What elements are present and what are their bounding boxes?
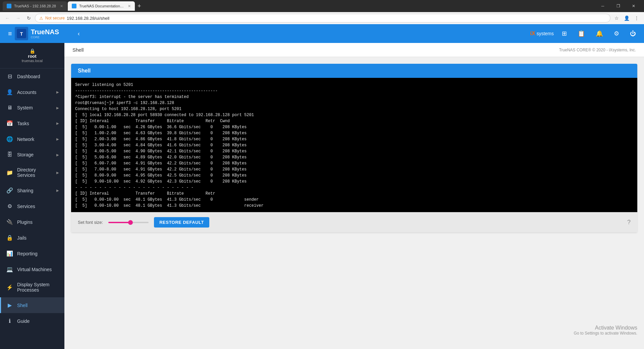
jails-icon: 🔒: [6, 235, 13, 241]
tab-1-close[interactable]: ✕: [60, 4, 63, 8]
network-arrow-icon: ▶: [56, 137, 59, 141]
shell-card-title: Shell: [78, 68, 91, 74]
sharing-arrow-icon: ▶: [56, 189, 59, 192]
bookmark-button[interactable]: ☆: [612, 13, 621, 23]
settings-button[interactable]: ⚙: [611, 29, 622, 39]
sidebar-item-tasks[interactable]: 📅 Tasks ▶: [0, 115, 64, 131]
back-button[interactable]: ←: [3, 13, 12, 23]
plugins-icon: 🔌: [6, 219, 13, 225]
storage-arrow-icon: ▶: [56, 153, 59, 157]
clipboard-button[interactable]: 📋: [575, 29, 588, 39]
sidebar: 🔒 root truenas.local ⊟ Dashboard 👤 Accou…: [0, 43, 64, 349]
notifications-button[interactable]: 🔔: [593, 29, 606, 39]
directory-icon: 📁: [6, 169, 13, 176]
sidebar-item-virtual-machines[interactable]: 💻 Virtual Machines: [0, 261, 64, 277]
sidebar-item-sharing[interactable]: 🔗 Sharing ▶: [0, 183, 64, 198]
restore-window-button[interactable]: ❐: [610, 0, 626, 12]
sidebar-label-storage: Storage: [17, 152, 52, 157]
tab-2-close[interactable]: ✕: [128, 4, 131, 8]
services-icon: ⚙: [6, 203, 13, 209]
app-layout: 🔒 root truenas.local ⊟ Dashboard 👤 Accou…: [0, 24, 644, 349]
accounts-arrow-icon: ▶: [56, 90, 59, 94]
page-title: Shell: [72, 47, 84, 53]
forward-button[interactable]: →: [13, 13, 23, 23]
apps-button[interactable]: ⊞: [559, 29, 570, 39]
sidebar-item-jails[interactable]: 🔒 Jails: [0, 230, 64, 246]
address-bar[interactable]: ⚠ Not secure 192.168.28.28/ui/shell: [35, 14, 610, 22]
accounts-icon: 👤: [6, 89, 13, 95]
logo-text-area: TrueNAS CORE: [31, 28, 59, 39]
sidebar-item-reporting[interactable]: 📊 Reporting: [0, 246, 64, 261]
reporting-icon: 📊: [6, 250, 13, 257]
restore-default-button[interactable]: RESTORE DEFAULT: [154, 217, 209, 228]
user-info: 🔒 root truenas.local: [0, 43, 64, 68]
sidebar-item-services[interactable]: ⚙ Services: [0, 198, 64, 214]
new-tab-button[interactable]: +: [136, 3, 143, 10]
windows-activate-title: Activate Windows: [574, 325, 637, 331]
url-text: 192.168.28.28/ui/shell: [67, 16, 606, 21]
sidebar-item-storage[interactable]: 🗄 Storage ▶: [0, 147, 64, 162]
windows-activate-sub: Go to Settings to activate Windows.: [574, 331, 637, 336]
page-subtitle: TrueNAS CORE® © 2020 - iXsystems, Inc.: [559, 48, 636, 52]
close-window-button[interactable]: ✕: [626, 0, 641, 12]
refresh-button[interactable]: ↻: [24, 13, 34, 23]
sidebar-item-plugins[interactable]: 🔌 Plugins: [0, 214, 64, 230]
terminal[interactable]: Server listening on 5201 ---------------…: [71, 78, 637, 212]
logo-title: TrueNAS: [31, 28, 59, 36]
sidebar-item-dashboard[interactable]: ⊟ Dashboard: [0, 68, 64, 84]
slider-thumb[interactable]: [128, 220, 133, 225]
sidebar-item-shell[interactable]: ▶ Shell: [0, 297, 64, 313]
profile-button[interactable]: 👤: [622, 13, 631, 23]
sidebar-label-shell: Shell: [17, 303, 59, 308]
slider-fill: [108, 222, 130, 223]
windows-activation: Activate Windows Go to Settings to activ…: [574, 325, 637, 336]
hamburger-button[interactable]: ≡: [5, 27, 15, 40]
tab-2-favicon: [72, 4, 76, 8]
logo-icon: T: [15, 27, 28, 40]
system-arrow-icon: ▶: [56, 106, 59, 110]
storage-icon: 🗄: [6, 152, 13, 158]
sidebar-label-plugins: Plugins: [17, 219, 59, 225]
main-content: Shell TrueNAS CORE® © 2020 - iXsystems, …: [64, 43, 644, 349]
tasks-icon: 📅: [6, 120, 13, 127]
browser-menu-button[interactable]: ⋮: [632, 13, 641, 23]
sidebar-label-directory: Directory Services: [17, 167, 52, 178]
tab-1-favicon: [7, 4, 11, 8]
sidebar-item-system[interactable]: 🖥 System ▶: [0, 100, 64, 115]
sidebar-label-system: System: [17, 105, 52, 110]
sidebar-label-processes: Display System Processes: [17, 282, 59, 293]
sidebar-item-accounts[interactable]: 👤 Accounts ▶: [0, 84, 64, 100]
sidebar-item-directory-services[interactable]: 📁 Directory Services ▶: [0, 162, 64, 183]
sharing-icon: 🔗: [6, 187, 13, 194]
tab-bar: TrueNAS - 192.168.28.28 ✕ TrueNAS Docume…: [0, 0, 644, 12]
directory-arrow-icon: ▶: [56, 171, 59, 174]
tab-1[interactable]: TrueNAS - 192.168.28.28 ✕: [3, 1, 67, 11]
user-host: truenas.local: [5, 59, 59, 63]
nav-bar: ← → ↻ ⚠ Not secure 192.168.28.28/ui/shel…: [0, 12, 644, 24]
shell-card: Shell Server listening on 5201 ---------…: [71, 64, 637, 232]
tab-2[interactable]: TrueNAS Documentation Hub | T… ✕: [68, 1, 135, 11]
shell-footer: Set font size: RESTORE DEFAULT ?: [71, 212, 637, 232]
sidebar-label-dashboard: Dashboard: [17, 74, 59, 79]
logo-area: T TrueNAS CORE: [15, 27, 75, 40]
content-area: Shell Server listening on 5201 ---------…: [64, 57, 644, 349]
sidebar-label-reporting: Reporting: [17, 251, 59, 256]
collapse-sidebar-button[interactable]: ‹: [75, 28, 83, 40]
font-size-slider-container: [108, 222, 149, 223]
sidebar-item-display-system-processes[interactable]: ⚡ Display System Processes: [0, 277, 64, 297]
sidebar-label-network: Network: [17, 137, 52, 142]
vm-icon: 💻: [6, 266, 13, 272]
tasks-arrow-icon: ▶: [56, 121, 59, 125]
sidebar-item-network[interactable]: 🌐 Network ▶: [0, 131, 64, 147]
power-button[interactable]: ⏻: [627, 29, 639, 39]
help-button[interactable]: ?: [627, 219, 631, 226]
security-warning-icon: ⚠: [39, 16, 43, 21]
dashboard-icon: ⊟: [6, 73, 13, 80]
sidebar-label-jails: Jails: [17, 235, 59, 241]
systems-suffix: systems: [537, 31, 554, 36]
sidebar-item-guide[interactable]: ℹ Guide: [0, 313, 64, 329]
user-name: root: [5, 54, 59, 59]
minimize-button[interactable]: ─: [595, 0, 610, 12]
top-bar-right: iXsystems ⊞ 📋 🔔 ⚙ ⏻: [530, 29, 639, 39]
page-header: Shell TrueNAS CORE® © 2020 - iXsystems, …: [64, 43, 644, 57]
